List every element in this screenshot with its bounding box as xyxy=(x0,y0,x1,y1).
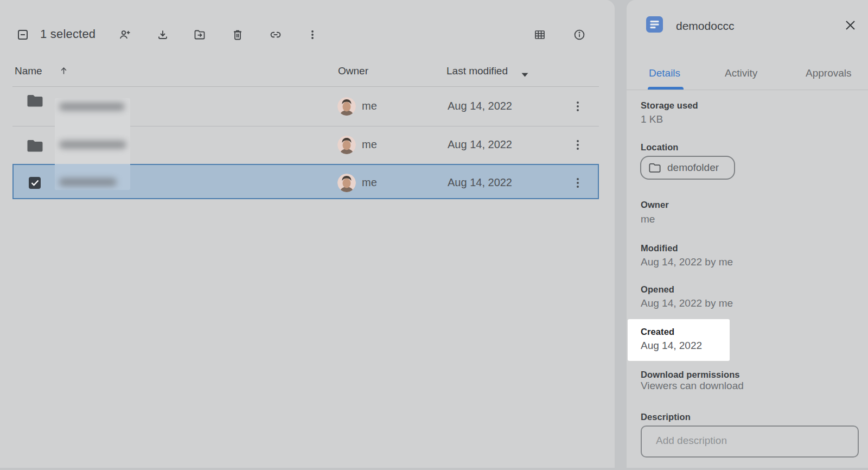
description-input[interactable] xyxy=(641,425,859,458)
field-label-owner: Owner xyxy=(641,200,669,210)
field-value-storage: 1 KB xyxy=(641,113,663,125)
add-person-icon xyxy=(118,28,131,41)
download-button[interactable] xyxy=(156,28,169,41)
field-label-location: Location xyxy=(641,142,679,153)
row-more-button[interactable] xyxy=(571,100,584,113)
owner-cell: me xyxy=(362,100,377,112)
location-chip-label: demofolder xyxy=(667,162,719,174)
field-label-opened: Opened xyxy=(641,284,674,295)
deselect-icon xyxy=(16,28,29,41)
field-value-owner: me xyxy=(641,213,655,225)
last-modified-cell: Aug 14, 2022 xyxy=(448,138,512,151)
owner-cell: me xyxy=(362,138,377,151)
download-icon xyxy=(156,28,169,41)
row-checkbox-checked[interactable] xyxy=(29,177,41,189)
field-value-modified: Aug 14, 2022 by me xyxy=(641,256,733,268)
field-value-download-permissions: Viewers can download xyxy=(641,380,744,392)
share-button[interactable] xyxy=(118,28,131,41)
checkmark-icon xyxy=(31,180,39,186)
column-header-last-modified[interactable]: Last modified xyxy=(446,65,508,77)
deselect-button[interactable] xyxy=(16,28,29,41)
field-label-description: Description xyxy=(641,412,691,422)
field-label-created: Created xyxy=(641,327,674,337)
row-more-button[interactable] xyxy=(571,176,584,189)
last-modified-cell: Aug 14, 2022 xyxy=(448,100,512,112)
redacted-name-row2 xyxy=(59,141,126,149)
close-icon xyxy=(845,20,856,31)
redacted-name-row3 xyxy=(59,178,117,186)
owner-avatar xyxy=(337,136,356,154)
info-icon xyxy=(573,28,586,41)
more-actions-button[interactable] xyxy=(306,28,319,41)
created-field-highlight: Created Aug 14, 2022 xyxy=(628,319,730,361)
trash-icon xyxy=(231,28,244,41)
folder-icon xyxy=(27,139,43,152)
redacted-name-row1 xyxy=(59,103,125,111)
field-value-created: Aug 14, 2022 xyxy=(641,340,702,352)
more-vert-icon xyxy=(306,28,319,41)
field-label-download-permissions: Download permissions xyxy=(641,370,740,380)
grid-view-icon xyxy=(533,28,546,41)
move-to-folder-icon xyxy=(193,28,206,41)
owner-avatar xyxy=(337,97,356,116)
link-icon xyxy=(269,28,282,41)
selection-count-label: 1 selected xyxy=(40,27,95,41)
google-docs-icon xyxy=(646,16,663,33)
location-chip[interactable]: demofolder xyxy=(640,156,735,180)
info-button[interactable] xyxy=(573,28,586,41)
field-label-modified: Modified xyxy=(641,243,678,253)
tabs-divider xyxy=(627,90,868,90)
delete-button[interactable] xyxy=(231,28,244,41)
column-header-owner: Owner xyxy=(338,65,368,77)
tab-activity[interactable]: Activity xyxy=(725,67,757,79)
copy-link-button[interactable] xyxy=(269,28,282,41)
grid-view-button[interactable] xyxy=(533,28,546,41)
column-header-name[interactable]: Name xyxy=(15,65,42,77)
owner-cell: me xyxy=(362,176,377,189)
field-label-storage: Storage used xyxy=(641,100,698,111)
folder-icon xyxy=(27,94,43,107)
folder-outline-icon xyxy=(649,163,661,173)
tab-details[interactable]: Details xyxy=(649,67,680,79)
field-value-opened: Aug 14, 2022 by me xyxy=(641,297,733,309)
tab-approvals[interactable]: Approvals xyxy=(806,67,852,79)
move-button[interactable] xyxy=(193,28,206,41)
close-panel-button[interactable] xyxy=(843,17,858,33)
arrow-up-icon xyxy=(59,66,69,76)
details-panel: demodoccc Details Activity Approvals Sto… xyxy=(627,0,868,468)
sort-direction-button[interactable] xyxy=(59,66,69,78)
panel-title: demodoccc xyxy=(676,20,734,33)
owner-avatar xyxy=(337,174,356,192)
row-more-button[interactable] xyxy=(571,138,584,151)
redacted-file-names xyxy=(55,98,130,190)
caret-down-icon[interactable] xyxy=(521,69,528,79)
last-modified-cell: Aug 14, 2022 xyxy=(448,176,512,189)
file-list-card: 1 selected Name Owner Last modified me xyxy=(0,0,615,468)
